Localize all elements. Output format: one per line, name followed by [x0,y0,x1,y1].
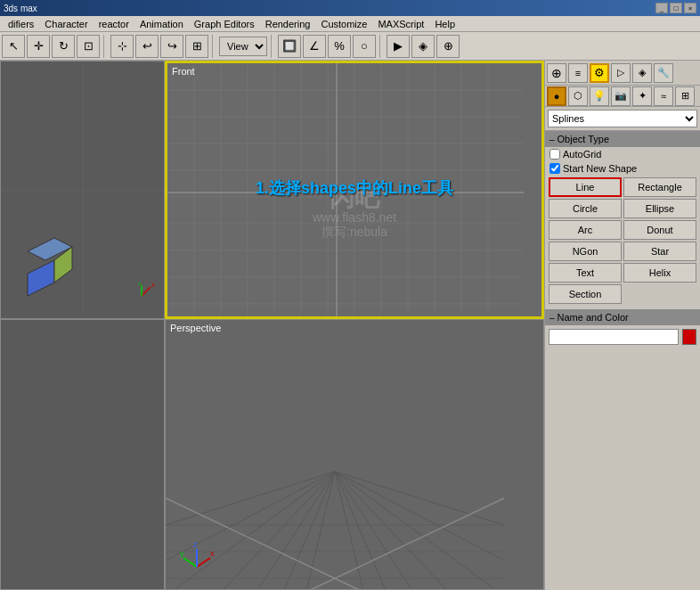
panel-btn-modify[interactable]: ≡ [568,63,588,83]
move-tool[interactable]: ✛ [27,35,50,58]
object-type-section: – Object Type AutoGrid Start New Shape L… [545,131,700,306]
panel-btn-hierarchy[interactable]: ⚙ [590,63,609,83]
start-new-shape-row: Start New Shape [545,161,700,176]
cameras-icon[interactable]: 📷 [611,86,631,106]
right-panel: ⊕ ≡ ⚙ ▷ ◈ 🔧 ● ⬡ 💡 📷 ✦ ≈ ⊞ Splines – [544,61,700,590]
name-and-color-section: – Name and Color [545,309,700,348]
front-label: Front [172,66,195,77]
shape-buttons-grid: Line Rectangle Circle Ellipse Arc Donut … [545,176,700,306]
annotation-text: 1.选择shapes中的Line工具 [256,177,453,199]
shape-btn-text[interactable]: Text [549,263,622,283]
left-viewport[interactable]: x z [0,61,165,319]
shape-btn-arc[interactable]: Arc [549,220,622,240]
color-swatch[interactable] [682,329,696,345]
render2-btn[interactable]: ◈ [411,35,435,58]
title-bar: 3ds max _ □ × [0,0,700,16]
shape-btn-star[interactable]: Star [623,242,696,261]
autogrid-label: AutoGrid [563,149,601,160]
svg-line-57 [197,558,210,567]
title-text: 3ds max [4,4,37,13]
close-btn[interactable]: × [684,3,696,13]
view-dropdown[interactable]: View [219,37,267,56]
object-type-header[interactable]: – Object Type [545,131,700,147]
menu-graph-editors[interactable]: Graph Editors [190,18,259,30]
svg-text:z: z [193,540,198,549]
sub-panel-toolbar: ● ⬡ 💡 📷 ✦ ≈ ⊞ [545,86,700,107]
svg-text:x: x [151,283,155,289]
angle-snap-tool[interactable]: ∠ [303,35,326,58]
name-color-content [545,325,700,348]
rotate-tool[interactable]: ↻ [52,35,75,58]
maximize-btn[interactable]: □ [670,3,682,13]
menu-reactor[interactable]: reactor [94,18,134,30]
separator-4 [379,35,383,58]
scale-tool[interactable]: ⊡ [77,35,100,58]
percent-snap-tool[interactable]: % [328,35,351,58]
spinner-snap-tool[interactable]: ○ [353,35,376,58]
collapse-icon: – [549,135,555,144]
menu-maxscript[interactable]: MAXScript [373,18,428,30]
helpers-icon[interactable]: ✦ [632,86,652,106]
select-region-tool[interactable]: ⊹ [110,35,134,58]
shapes-icon[interactable]: ● [547,86,566,106]
menu-character[interactable]: Character [40,18,92,30]
autogrid-checkbox[interactable] [549,149,560,160]
shape-btn-ngon[interactable]: NGon [549,242,622,261]
menu-modifiers[interactable]: difiers [4,18,38,30]
separator-1 [103,35,107,58]
start-new-shape-checkbox[interactable] [549,163,560,174]
menu-help[interactable]: Help [430,18,460,30]
menu-animation[interactable]: Animation [135,18,188,30]
render-btn[interactable]: ▶ [387,35,410,58]
shape-btn-helix[interactable]: Helix [623,263,696,283]
start-new-shape-label: Start New Shape [563,163,637,174]
bottom-left-viewport[interactable] [0,319,165,590]
minimize-btn[interactable]: _ [655,3,668,13]
menu-rendering[interactable]: Rendering [261,18,315,30]
name-color-collapse-icon: – [549,313,555,323]
lights-icon[interactable]: 💡 [590,86,609,106]
geometry-icon[interactable]: ⬡ [568,86,588,106]
title-controls: _ □ × [655,3,696,13]
snap-tool[interactable]: 🔲 [278,35,301,58]
3d-cube [10,229,81,300]
undo-tool[interactable]: ↩ [135,35,159,58]
select-tool[interactable]: ↖ [2,35,25,58]
front-viewport[interactable]: Front 1.选择shapes中的Line工具 闪吧 www.flash8.n… [165,61,544,319]
autogrid-row: AutoGrid [545,147,700,161]
splines-row: Splines [545,107,700,131]
menu-customize[interactable]: Customize [316,18,371,30]
shape-btn-line[interactable]: Line [549,177,622,197]
perspective-label: Perspective [170,323,221,333]
redo-tool[interactable]: ↪ [160,35,183,58]
systems-icon[interactable]: ⊞ [675,86,695,106]
shape-btn-section[interactable]: Section [549,284,622,304]
shape-btn-ellipse[interactable]: Ellipse [623,199,696,218]
splines-dropdown[interactable]: Splines [548,110,697,127]
menu-bar: difiers Character reactor Animation Grap… [0,16,700,32]
start-new-shape-item: Start New Shape [549,163,637,174]
panel-btn-utilities[interactable]: 🔧 [654,63,673,83]
name-color-header[interactable]: – Name and Color [545,309,700,325]
svg-line-6 [142,287,151,296]
shape-btn-donut[interactable]: Donut [623,220,696,240]
material-btn[interactable]: ⊕ [436,35,460,58]
watermark-url: www.flash8.net 撰写:nebula [313,210,396,241]
object-name-input[interactable] [549,329,679,345]
autogrid-checkbox-item: AutoGrid [549,149,601,160]
svg-marker-3 [28,260,54,296]
perspective-viewport[interactable]: Perspective x y z [165,319,544,590]
toolbar: ↖ ✛ ↻ ⊡ ⊹ ↩ ↪ ⊞ View 🔲 ∠ % ○ ▶ ◈ ⊕ [0,32,700,61]
panel-btn-motion[interactable]: ▷ [611,63,631,83]
main-layout: x z [0,61,700,590]
panel-btn-display[interactable]: ◈ [632,63,652,83]
mirror-tool[interactable]: ⊞ [185,35,208,58]
separator-3 [271,35,274,58]
name-color-label: Name and Color [558,312,629,323]
shape-btn-circle[interactable]: Circle [549,199,622,218]
perspective-axis: x y z [179,540,215,576]
spacewarps-icon[interactable]: ≈ [654,86,673,106]
shape-btn-rectangle[interactable]: Rectangle [623,177,696,197]
svg-text:x: x [210,549,215,558]
panel-btn-create[interactable]: ⊕ [547,63,566,83]
